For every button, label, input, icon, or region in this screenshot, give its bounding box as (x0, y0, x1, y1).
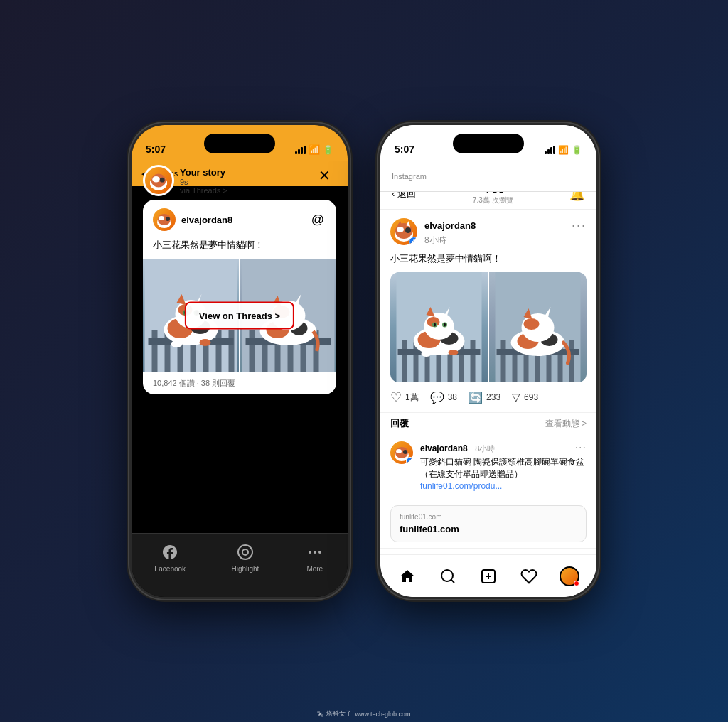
search-nav-button[interactable] (434, 562, 462, 591)
story-avatar (143, 165, 174, 196)
story-card-header: elvajordan8 @ (143, 200, 336, 237)
likes-count: 1萬 (405, 392, 419, 404)
signal-icon (295, 146, 306, 154)
watermark-icon: 🛰 (317, 711, 323, 718)
story-images: View on Threads > (143, 259, 336, 372)
svg-point-46 (242, 549, 248, 555)
svg-rect-63 (471, 340, 476, 382)
reply-username-time: elvajordan8 8小時 (420, 441, 495, 454)
battery-icon: 🔋 (323, 145, 333, 155)
create-nav-button[interactable] (474, 562, 503, 591)
comments-count: 38 (448, 392, 457, 402)
time-left: 5:07 (146, 144, 166, 155)
svg-point-6 (159, 216, 164, 220)
profile-nav-button[interactable] (555, 562, 584, 591)
heart-icon: ♡ (390, 389, 402, 405)
svg-point-2 (152, 176, 159, 183)
instagram-app-name: Instagram (392, 172, 427, 180)
post-more-button[interactable]: ··· (572, 218, 587, 233)
post-time: 8小時 (424, 235, 446, 245)
post-header: + elvajordan8 ··· 8小時 (380, 210, 596, 252)
story-card: elvajordan8 @ 小三花果然是夢中情貓啊！ (143, 200, 336, 394)
svg-point-98 (441, 570, 453, 581)
reply-time: 8小時 (475, 444, 495, 453)
facebook-label: Facebook (154, 565, 186, 573)
svg-point-49 (318, 551, 321, 554)
repost-icon: 🔄 (469, 391, 483, 404)
tab-highlight[interactable]: Highlight (231, 542, 259, 573)
reposts-count: 233 (486, 392, 500, 402)
comment-action[interactable]: 💬 38 (430, 391, 457, 404)
likes-nav-button[interactable] (515, 562, 543, 591)
battery-icon-right: 🔋 (572, 145, 582, 155)
view-activity-button[interactable]: 查看動態 > (545, 418, 587, 430)
wifi-icon-right: 📶 (558, 145, 569, 155)
highlight-icon (235, 542, 255, 562)
link-domain: funlife01.com (400, 513, 577, 521)
post-avatar: + (390, 218, 417, 245)
more-label: More (306, 565, 323, 573)
facebook-icon (160, 542, 180, 562)
profile-avatar (560, 566, 579, 586)
instagram-nav-bar: Instagram (380, 161, 596, 192)
story-user-info: elvajordan8 (153, 208, 232, 231)
reply-input-row: 回覆 elvajordan8 (380, 548, 596, 554)
post-meta: elvajordan8 ··· 8小時 (424, 218, 587, 247)
post-username: elvajordan8 (424, 220, 476, 231)
bottom-tab-bar: Facebook Highlight (132, 533, 348, 597)
threads-content: + elvajordan8 ··· 8小時 小三花果然是夢中情貓啊！ (380, 210, 596, 554)
post-image-right (489, 272, 587, 382)
signal-icon-right (545, 146, 555, 154)
plus-badge-reply: + (406, 457, 413, 464)
threads-icon: @ (309, 211, 326, 228)
reply-more-button[interactable]: ··· (575, 441, 587, 454)
story-card-avatar (153, 208, 176, 231)
svg-point-68 (424, 313, 454, 340)
reply-link[interactable]: funlife01.com/produ... (420, 481, 502, 491)
story-card-footer: 10,842 個讚 · 38 則回覆 (143, 372, 336, 394)
reply-content: elvajordan8 8小時 ··· 可愛斜口貓碗 陶瓷保護頸椎高腳碗單碗食盆… (420, 441, 587, 492)
tab-facebook[interactable]: Facebook (154, 542, 186, 573)
via-threads: via Threads > (180, 186, 228, 195)
close-button[interactable]: ✕ (314, 165, 335, 186)
watermark-url: www.tech-glob.com (355, 711, 410, 718)
dynamic-island-right (453, 134, 524, 153)
svg-point-48 (314, 551, 316, 554)
reply-username-row: elvajordan8 8小時 ··· (420, 441, 587, 454)
post-cat-svg-left (390, 272, 488, 382)
home-nav-button[interactable] (393, 562, 422, 591)
comment-icon: 💬 (430, 391, 444, 404)
svg-point-45 (238, 545, 252, 559)
svg-point-91 (524, 318, 540, 330)
link-title: funlife01.com (400, 524, 577, 534)
share-action[interactable]: ▽ 693 (512, 391, 538, 404)
time-right: 5:07 (395, 144, 414, 155)
reply-text: 可愛斜口貓碗 陶瓷保護頸椎高腳碗單碗食盆（在線支付單品即送贈品） funlife… (420, 456, 587, 492)
svg-rect-15 (229, 330, 235, 372)
your-story-label: Your story (180, 167, 228, 178)
story-card-username: elvajordan8 (181, 215, 232, 225)
wifi-icon: 📶 (309, 144, 320, 155)
like-action[interactable]: ♡ 1萬 (390, 389, 419, 405)
dynamic-island-left (204, 134, 275, 153)
story-header: Your story 9s via Threads > (143, 165, 228, 196)
svg-rect-14 (216, 330, 222, 372)
svg-rect-79 (501, 340, 506, 382)
svg-point-28 (171, 340, 183, 347)
post-body-text: 小三花果然是夢中情貓啊！ (380, 252, 596, 272)
shares-count: 693 (524, 392, 538, 402)
post-images (390, 272, 587, 382)
svg-point-52 (397, 227, 404, 232)
more-icon (305, 542, 325, 562)
link-preview[interactable]: funlife01.com funlife01.com (390, 505, 587, 542)
tab-more[interactable]: More (305, 542, 325, 573)
repost-action[interactable]: 🔄 233 (469, 391, 500, 404)
svg-point-47 (309, 551, 311, 554)
reply-avatar: + (390, 441, 413, 464)
svg-point-74 (434, 323, 436, 327)
status-icons-left: 📶 🔋 (295, 144, 333, 155)
thread-subtitle: 7.3萬 次瀏覽 (416, 195, 569, 205)
watermark-text: 塔科女子 (326, 709, 352, 718)
svg-point-96 (396, 449, 402, 453)
view-on-threads-button[interactable]: View on Threads > (185, 302, 294, 330)
